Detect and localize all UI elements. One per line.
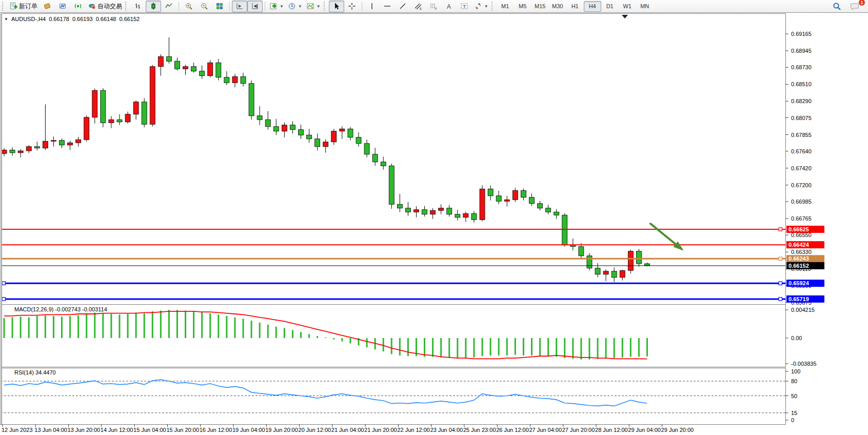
svg-text:F: F (435, 7, 437, 10)
line-handle[interactable] (779, 228, 782, 231)
toolbar-grip (324, 2, 327, 11)
chart-area[interactable]: 0.691650.689450.687300.685100.682900.680… (0, 13, 868, 435)
svg-text:0.66152: 0.66152 (788, 263, 809, 269)
text-label-tool-button[interactable]: T (457, 1, 472, 12)
svg-text:0.68510: 0.68510 (791, 81, 812, 87)
chart-title: ▼ AUDUSD-,H4 0.66178 0.66193 0.66148 0.6… (4, 16, 140, 22)
svg-text:0.69165: 0.69165 (791, 31, 812, 37)
line-handle[interactable] (779, 298, 782, 301)
indicators-button[interactable]: ▼ (267, 1, 286, 12)
svg-text:19 Jun 20:00: 19 Jun 20:00 (265, 427, 298, 433)
arrows-tool-button[interactable]: ▼ (472, 1, 490, 12)
svg-text:0.68290: 0.68290 (791, 98, 812, 104)
auto-scroll-button[interactable] (232, 1, 247, 12)
notification-count-badge: 1 (858, 0, 865, 6)
timeframe-w1-button[interactable]: W1 (619, 1, 636, 12)
line-chart-mode-button[interactable] (161, 1, 176, 12)
cursor-tool-button[interactable] (329, 1, 344, 12)
svg-text:15 Jun 20:00: 15 Jun 20:00 (166, 427, 199, 433)
templates-button[interactable]: ▼ (304, 1, 323, 12)
text-tool-button[interactable]: A (441, 1, 457, 12)
svg-text:15 Jun 04:00: 15 Jun 04:00 (133, 427, 166, 433)
toolbar-grip (2, 2, 5, 11)
ohlc-high: 0.66193 (72, 16, 93, 22)
zoom-out-button[interactable] (196, 1, 212, 12)
chevron-down-icon: ▼ (298, 4, 302, 9)
chart-shift-button[interactable] (247, 1, 263, 12)
timeframe-m5-button[interactable]: M5 (514, 1, 531, 12)
svg-text:25 Jun 23:00: 25 Jun 23:00 (463, 427, 496, 433)
svg-text:0.004215: 0.004215 (791, 307, 815, 313)
svg-text:0: 0 (791, 417, 794, 423)
horizontal-line-icon (383, 2, 391, 10)
periods-button[interactable]: ▼ (286, 1, 304, 12)
indicators-icon (269, 2, 278, 10)
candlestick-mode-button[interactable] (146, 1, 161, 12)
timeframe-d1-button[interactable]: D1 (601, 1, 619, 12)
price-line-label: 0.66243 (786, 255, 824, 262)
trendline-tool-button[interactable] (395, 1, 410, 12)
svg-text:12 Jun 2023: 12 Jun 2023 (2, 427, 33, 433)
price-line-label: 0.65924 (786, 280, 824, 287)
line-handle[interactable] (2, 282, 5, 285)
vertical-line-icon (368, 2, 376, 10)
bar-chart-icon (134, 2, 142, 10)
autotrading-label: 自动交易 (97, 2, 122, 11)
new-order-button[interactable]: 新订单 (7, 1, 40, 12)
toolbar-separator (179, 2, 179, 11)
svg-text:0.66625: 0.66625 (788, 226, 809, 232)
svg-text:15: 15 (791, 410, 797, 416)
svg-text:20 Jun 12:00: 20 Jun 12:00 (299, 427, 331, 433)
svg-text:0.66765: 0.66765 (791, 215, 812, 222)
svg-text:0.67200: 0.67200 (791, 182, 812, 188)
new-order-icon (9, 2, 17, 10)
line-handle[interactable] (779, 257, 782, 260)
toolbar-grip (491, 2, 495, 11)
arrows-icon (474, 2, 482, 10)
svg-text:T: T (463, 4, 466, 9)
chevron-down-icon: ▼ (280, 4, 284, 9)
chevron-down-icon: ▼ (484, 4, 488, 9)
crosshair-tool-button[interactable] (344, 1, 360, 12)
timeframe-mn-button[interactable]: MN (636, 1, 654, 12)
svg-text:27 Jun 20:00: 27 Jun 20:00 (562, 427, 595, 433)
equidistant-channel-icon: E (414, 2, 422, 10)
metaeditor-button[interactable] (55, 1, 70, 12)
depth-of-market-button[interactable] (40, 1, 55, 12)
equidistant-channel-tool-button[interactable]: E (410, 1, 426, 12)
autotrading-button[interactable]: 自动交易 (86, 1, 124, 12)
timeframe-m1-button[interactable]: M1 (497, 1, 514, 12)
svg-text:14 Jun 12:00: 14 Jun 12:00 (101, 427, 133, 433)
zoom-in-button[interactable] (181, 1, 196, 12)
svg-text:13 Jun 04:00: 13 Jun 04:00 (34, 427, 67, 433)
chevron-down-icon: ▼ (317, 4, 321, 9)
bar-chart-mode-button[interactable] (130, 1, 146, 12)
timeframe-m15-button[interactable]: M15 (531, 1, 549, 12)
rsi-label: RSI(14) 34.4470 (14, 369, 56, 375)
svg-text:80: 80 (791, 378, 797, 384)
search-icon (833, 2, 841, 11)
ohlc-open: 0.66178 (49, 16, 69, 22)
fibonacci-icon: F (429, 2, 438, 10)
line-handle[interactable] (779, 282, 782, 285)
tile-windows-button[interactable] (212, 1, 227, 12)
zoom-in-icon (185, 2, 193, 10)
svg-text:0.67855: 0.67855 (791, 132, 812, 138)
notifications-button[interactable]: 1 (847, 1, 863, 12)
line-handle[interactable] (2, 298, 5, 301)
fibonacci-tool-button[interactable]: F (426, 1, 441, 12)
symbol-menu-icon[interactable]: ▼ (4, 17, 8, 22)
svg-text:0.66985: 0.66985 (791, 199, 812, 205)
signals-button[interactable] (70, 1, 86, 12)
time-axis: 12 Jun 202313 Jun 04:0013 Jun 20:0014 Ju… (2, 424, 694, 433)
signals-icon (74, 2, 82, 10)
toolbar-separator (265, 2, 265, 11)
search-button[interactable] (829, 1, 844, 12)
timeframe-h1-button[interactable]: H1 (566, 1, 584, 12)
vertical-line-tool-button[interactable] (364, 1, 380, 12)
timeframe-m30-button[interactable]: M30 (549, 1, 566, 12)
timeframe-h4-button[interactable]: H4 (584, 1, 601, 12)
svg-text:0.66243: 0.66243 (788, 255, 809, 262)
horizontal-line-tool-button[interactable] (380, 1, 395, 12)
chart-canvas[interactable]: 0.691650.689450.687300.685100.682900.680… (0, 13, 868, 435)
